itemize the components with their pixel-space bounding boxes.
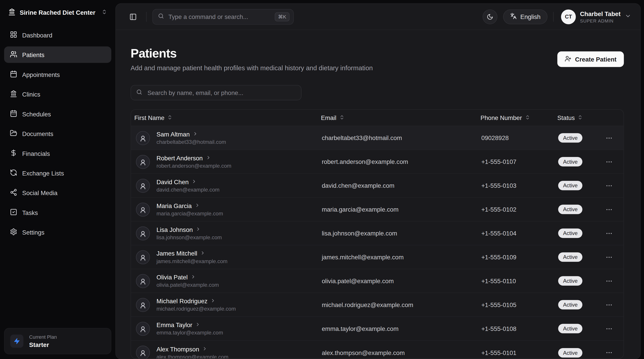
sidebar-item-clinics[interactable]: Clinics <box>4 86 111 102</box>
table-header-row: First Name Email Phone Number Status <box>131 110 624 126</box>
patient-email: michael.rodriguez@example.com <box>318 301 477 308</box>
patient-search-input[interactable] <box>147 89 296 97</box>
user-menu[interactable]: CT Charbel Tabet SUPER ADMIN <box>561 9 631 24</box>
sidebar-item-social-media[interactable]: Social Media <box>4 185 111 201</box>
patient-avatar-icon <box>136 321 150 335</box>
row-actions-button[interactable] <box>604 323 614 334</box>
table-row[interactable]: Maria Garcia maria.garcia@example.com ma… <box>131 198 624 222</box>
patient-phone: +1-555-0110 <box>477 277 554 284</box>
sidebar-toggle-button[interactable] <box>126 9 140 24</box>
current-plan-card[interactable]: Current Plan Starter <box>4 328 111 354</box>
patient-name[interactable]: Lisa Johnson <box>156 226 193 233</box>
patient-phone: +1-555-0104 <box>477 230 554 237</box>
patient-avatar-icon <box>136 179 150 193</box>
language-selector-button[interactable]: English <box>503 9 548 24</box>
row-actions-button[interactable] <box>604 252 614 262</box>
dollar-icon <box>10 149 17 158</box>
column-header-phone[interactable]: Phone Number <box>477 114 554 121</box>
patient-name[interactable]: Olivia Patel <box>156 274 188 281</box>
chevrons-up-down-icon <box>102 9 107 16</box>
patient-name[interactable]: James Mitchell <box>156 250 197 257</box>
refresh-cycle-icon <box>10 169 17 177</box>
patient-avatar-icon <box>136 202 150 216</box>
chevron-right-icon <box>210 298 216 305</box>
sidebar-item-tasks[interactable]: Tasks <box>4 204 111 221</box>
schedule-calendar-icon <box>10 110 17 118</box>
table-row[interactable]: Sam Altman charbeltabet33@hotmail.com ch… <box>131 126 624 150</box>
status-badge: Active <box>558 133 582 143</box>
patient-name[interactable]: David Chen <box>156 178 188 185</box>
chevron-right-icon <box>200 250 206 257</box>
ellipsis-icon <box>606 349 613 356</box>
ellipsis-icon <box>606 134 613 142</box>
patient-subtext: lisa.johnson@example.com <box>156 234 222 241</box>
row-actions-button[interactable] <box>604 228 614 239</box>
command-search[interactable]: Type a command or search... ⌘K <box>152 9 294 25</box>
patient-name[interactable]: Alex Thompson <box>156 345 199 352</box>
patient-avatar-icon <box>136 131 150 145</box>
patient-phone: +1-555-0107 <box>477 158 554 165</box>
patient-name[interactable]: Maria Garcia <box>156 202 192 209</box>
table-row[interactable]: Emma Taylor emma.taylor@example.com emma… <box>131 317 624 341</box>
patient-name[interactable]: Robert Anderson <box>156 155 202 161</box>
sidebar-item-documents[interactable]: Documents <box>4 125 111 142</box>
sidebar-item-patients[interactable]: Patients <box>4 46 111 63</box>
sidebar-item-financials[interactable]: Financials <box>4 145 111 162</box>
patient-subtext: robert.anderson@example.com <box>156 163 231 169</box>
column-header-status[interactable]: Status <box>554 114 603 121</box>
table-row[interactable]: David Chen david.chen@example.com david.… <box>131 174 624 198</box>
chevron-right-icon <box>192 131 198 138</box>
ellipsis-icon <box>606 325 613 332</box>
patient-name[interactable]: Emma Taylor <box>156 321 192 328</box>
patient-avatar-icon <box>136 250 150 264</box>
sidebar-item-schedules[interactable]: Schedules <box>4 106 111 122</box>
column-header-first-name[interactable]: First Name <box>131 114 318 121</box>
sidebar-item-exchange-lists[interactable]: Exchange Lists <box>4 165 111 181</box>
main-panel: Type a command or search... ⌘K English C… <box>116 3 641 359</box>
check-square-icon <box>10 208 17 217</box>
row-actions-button[interactable] <box>604 347 614 358</box>
table-row[interactable]: James Mitchell james.mitchell@example.co… <box>131 245 624 269</box>
row-actions-button[interactable] <box>604 157 614 167</box>
keyboard-shortcut-badge: ⌘K <box>275 12 290 21</box>
table-body: Sam Altman charbeltabet33@hotmail.com ch… <box>131 126 624 359</box>
sidebar-item-dashboard[interactable]: Dashboard <box>4 27 111 43</box>
create-patient-button[interactable]: Create Patient <box>557 51 624 67</box>
topbar: Type a command or search... ⌘K English C… <box>116 4 640 30</box>
org-building-icon <box>8 8 16 17</box>
row-actions-button[interactable] <box>604 133 614 143</box>
patient-subtext: olivia.patel@example.com <box>156 282 219 288</box>
row-actions-button[interactable] <box>604 204 614 215</box>
row-actions-button[interactable] <box>604 180 614 191</box>
theme-toggle-button[interactable] <box>482 9 497 24</box>
table-row[interactable]: Lisa Johnson lisa.johnson@example.com li… <box>131 222 624 245</box>
row-actions-button[interactable] <box>604 276 614 286</box>
ellipsis-icon <box>606 277 613 284</box>
patient-name[interactable]: Sam Altman <box>156 131 190 138</box>
sidebar: Sirine Rached Diet Center Dashboard Pati… <box>0 0 116 359</box>
patient-phone: +1-555-0108 <box>477 325 554 332</box>
org-switcher[interactable]: Sirine Rached Diet Center <box>4 5 111 20</box>
chevron-right-icon <box>202 345 208 352</box>
patients-table: First Name Email Phone Number Status <box>130 109 624 359</box>
ellipsis-icon <box>606 230 613 237</box>
table-row[interactable]: Michael Rodriguez michael.rodriguez@exam… <box>131 293 624 317</box>
patient-avatar-icon <box>136 226 150 240</box>
ellipsis-icon <box>606 301 613 308</box>
sidebar-item-settings[interactable]: Settings <box>4 224 111 240</box>
patient-subtext: michael.rodriguez@example.com <box>156 306 236 312</box>
user-name: Charbel Tabet <box>580 10 620 18</box>
chevron-right-icon <box>190 274 196 281</box>
table-row[interactable]: Alex Thompson alex.thompson@example.com … <box>131 341 624 359</box>
table-row[interactable]: Robert Anderson robert.anderson@example.… <box>131 150 624 174</box>
row-actions-button[interactable] <box>604 299 614 310</box>
search-icon <box>158 13 164 21</box>
sidebar-item-appointments[interactable]: Appointments <box>4 66 111 83</box>
sort-icon <box>167 114 173 121</box>
column-header-email[interactable]: Email <box>318 114 477 121</box>
table-row[interactable]: Olivia Patel olivia.patel@example.com ol… <box>131 269 624 293</box>
chevron-right-icon <box>195 321 200 328</box>
share-icon <box>10 188 17 197</box>
patient-name[interactable]: Michael Rodriguez <box>156 298 208 305</box>
sort-icon <box>578 114 583 121</box>
